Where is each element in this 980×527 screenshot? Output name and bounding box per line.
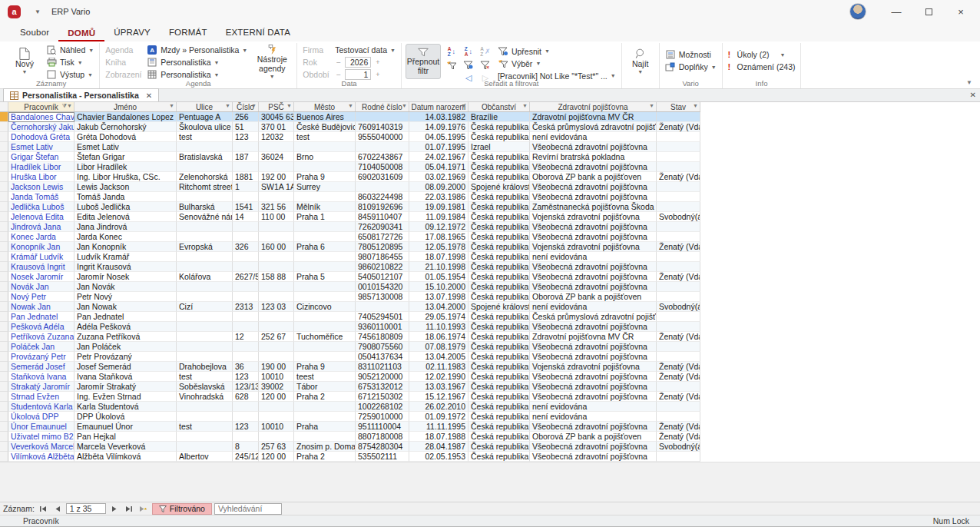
table-cell[interactable]: 9857130008 [356,292,409,302]
table-cell[interactable] [259,282,294,292]
record-position-box[interactable]: 1 z 35 [66,503,106,514]
table-cell[interactable]: Grigar Štefan [8,152,74,162]
table-cell[interactable]: Všeobecná zdravotní pojišťovna [530,322,657,332]
table-row[interactable]: Jackson LewisLewis JacksonRitchomt stree… [0,182,700,192]
table-cell[interactable]: Česká republika [468,412,530,422]
table-cell[interactable]: Marcela Veverková [74,442,177,452]
table-cell[interactable]: 18.06.1974 [409,332,468,342]
table-cell[interactable]: 256 [233,112,259,122]
table-cell[interactable] [259,352,294,362]
table-cell[interactable]: Uživatel mimo B2E [8,432,74,442]
table-cell[interactable]: Vojenská zdravotní pojišťovna [530,242,657,252]
table-row[interactable]: Hruška LiborIng. Libor Hruška, CSc.Zelen… [0,172,700,182]
table-cell[interactable]: Česká republika [468,192,530,202]
table-cell[interactable]: 11.10.1993 [409,322,468,332]
table-row[interactable]: Grigar ŠtefanŠtefan GrigarBratislavská18… [0,152,700,162]
table-cell[interactable]: Nový Petr [8,292,74,302]
table-cell[interactable]: 8459110407 [356,212,409,222]
table-cell[interactable]: Všeobecná zdravotní pojišťovna [530,352,657,362]
table-cell[interactable]: Znosim p. Domašín [294,442,356,452]
table-cell[interactable]: Česká průmyslová zdravotní pojišťovna [530,122,657,132]
table-cell[interactable]: Tuchoměřice [294,332,356,342]
tab-close-icon[interactable]: ✕ [146,91,152,100]
table-row[interactable]: Černohorský JakubJakub ČernohorskýŠkoulo… [0,122,700,132]
table-cell[interactable]: Pan Jednatel [8,312,74,322]
quick-access-chevron-icon[interactable]: ▼ [35,8,41,15]
table-cell[interactable]: Praha 9 [294,362,356,372]
rok-spinner[interactable]: Rok – 2026 + [301,56,397,68]
table-cell[interactable]: Emaunuel Únor [74,422,177,432]
table-row[interactable]: Strnad EvženIng. Evžen StrnadVinohradská… [0,392,700,402]
table-cell[interactable]: Česká republika [468,282,530,292]
table-row[interactable]: Pan JednatelPan Jednatel740529450129.05.… [0,312,700,322]
table-cell[interactable]: Svobodný(á) [657,442,700,452]
table-cell[interactable] [356,112,409,122]
table-row[interactable]: Studentová KarlaKarla Studentová10022681… [0,402,700,412]
notifications-button[interactable]: ! Oznámení (243) [727,61,797,73]
table-cell[interactable]: Revírní bratrská pokladna [530,152,657,162]
record-selector[interactable] [0,402,8,412]
table-cell[interactable]: Bratislavská [177,152,233,162]
table-cell[interactable]: Pešková Adéla [8,322,74,332]
table-cell[interactable]: 7262090341 [356,222,409,232]
record-selector[interactable] [0,352,8,362]
table-cell[interactable] [657,292,700,302]
table-cell[interactable]: Mělník [294,202,356,212]
print-button[interactable]: Tisk▼ [45,56,95,68]
table-cell[interactable]: není evidována [530,132,657,142]
table-cell[interactable]: 1541 [233,202,259,212]
table-cell[interactable]: Buenos Aires [294,112,356,122]
table-row[interactable]: Poláček JanJan Poláček790807556007.08.19… [0,342,700,352]
table-cell[interactable] [657,152,700,162]
table-cell[interactable] [233,402,259,412]
column-header-11[interactable]: Stav▼ [657,102,700,111]
column-dropdown-icon[interactable]: ▼ [251,103,257,108]
table-row[interactable]: Veverková MarcelaMarcela Veverková8257 6… [0,442,700,452]
table-cell[interactable]: 252 67 [259,332,294,342]
close-button[interactable]: × [946,2,975,22]
table-cell[interactable] [294,162,356,172]
record-selector[interactable] [0,222,8,232]
table-cell[interactable]: teest [294,372,356,382]
table-cell[interactable]: Petříková Zuzana [8,332,74,342]
record-selector[interactable] [0,372,8,382]
table-cell[interactable]: 7456180809 [356,332,409,342]
table-cell[interactable]: Všeobecná zdravotní pojišťovna [530,232,657,242]
table-cell[interactable]: Česká republika [468,392,530,402]
table-cell[interactable]: České Budějovice [294,122,356,132]
table-cell[interactable]: 7104050008 [356,162,409,172]
table-cell[interactable]: 10010 [259,372,294,382]
table-cell[interactable]: test [177,422,233,432]
record-selector[interactable] [0,242,8,252]
table-cell[interactable]: Strakatý Jaromír [8,382,74,392]
table-row[interactable]: Nosek JaromírJaromír NosekKolářova2627/5… [0,272,700,282]
table-cell[interactable] [233,142,259,152]
table-cell[interactable]: 9555040000 [356,132,409,142]
table-cell[interactable] [259,222,294,232]
plus-icon[interactable]: + [374,71,381,78]
table-cell[interactable]: 7259010000 [356,412,409,422]
table-cell[interactable]: Ženatý (Vdaná) [657,172,700,182]
table-cell[interactable]: Evropská [177,242,233,252]
table-cell[interactable]: 0504137634 [356,352,409,362]
column-dropdown-icon[interactable]: ▼ [649,103,654,108]
table-cell[interactable]: 123 [233,132,259,142]
column-header-8[interactable]: Datum narození▼ [409,102,468,111]
table-cell[interactable]: Cizincovo [294,302,356,312]
table-cell[interactable] [657,322,700,332]
table-cell[interactable]: Všeobecná zdravotní pojišťovna [530,142,657,152]
table-cell[interactable]: 8109192696 [356,202,409,212]
preview-button[interactable]: Náhled▼ [45,44,95,56]
table-cell[interactable] [177,252,233,262]
table-cell[interactable]: Senovážné nám. [177,212,233,222]
table-cell[interactable]: Všeobecná zdravotní pojišťovna [530,442,657,452]
table-cell[interactable]: 123 03 [259,302,294,312]
table-cell[interactable]: Zdravotní pojišťovna MV ČR [530,332,657,342]
table-cell[interactable] [657,352,700,362]
sort-az-button[interactable]: AZ↓ [444,45,459,58]
table-cell[interactable] [177,342,233,352]
menu-upravy[interactable]: ÚPRAVY [104,25,160,41]
table-cell[interactable]: Zelenohorská [177,172,233,182]
table-cell[interactable]: Česká republika [468,422,530,432]
table-cell[interactable]: 2627/5 [233,272,259,282]
